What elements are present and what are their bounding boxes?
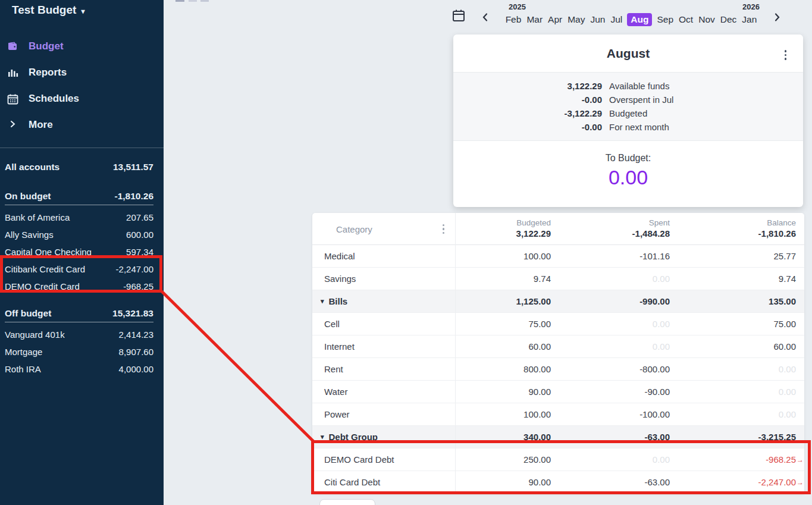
balance-cell[interactable]: -968.25→	[678, 448, 804, 471]
category-cell[interactable]: Savings	[312, 268, 455, 290]
table-row-debt-group[interactable]: ▾Debt Group340.00-63.00-3,215.25	[312, 426, 804, 448]
carryover-arrow-icon[interactable]: →	[797, 456, 804, 464]
spent-cell[interactable]: -63.00	[559, 426, 678, 448]
table-row-rent[interactable]: Rent800.00-800.000.00	[312, 358, 804, 381]
category-cell[interactable]: Medical	[312, 245, 455, 267]
collapse-triangle-icon[interactable]: ▾	[321, 297, 324, 305]
table-row-savings[interactable]: Savings9.740.009.74	[312, 268, 804, 290]
category-cell[interactable]: Water	[312, 381, 455, 403]
budgeted-cell[interactable]: 9.74	[455, 268, 559, 290]
add-group-button[interactable]	[319, 499, 375, 505]
previous-month-button[interactable]	[481, 12, 491, 23]
table-row-internet[interactable]: Internet60.000.0060.00	[312, 335, 804, 358]
month-feb[interactable]: Feb	[505, 13, 522, 26]
budget-file-menu[interactable]: Test Budget ▾	[0, 0, 164, 17]
table-row-citi-card-debt[interactable]: Citi Card Debt90.00-63.00-2,247.00→	[312, 471, 804, 494]
account-group-on-budget[interactable]: On budget-1,810.26	[5, 187, 153, 205]
sidebar-item-schedules[interactable]: Schedules	[0, 86, 164, 112]
spent-cell[interactable]: 0.00	[559, 335, 678, 357]
balance-cell[interactable]: 135.00	[678, 290, 804, 312]
budgeted-cell[interactable]: 90.00	[455, 381, 559, 403]
month-may[interactable]: May	[567, 13, 585, 26]
account-row-vanguard-401k[interactable]: Vanguard 401k2,414.23	[5, 326, 153, 343]
account-row-demo-credit-card[interactable]: DEMO Credit Card-968.25	[5, 278, 153, 295]
balance-cell[interactable]: -2,247.00→	[678, 471, 804, 493]
budgeted-cell[interactable]: 60.00	[455, 335, 559, 357]
category-name: Citi Card Debt	[324, 477, 380, 487]
spent-header-cell[interactable]: Spent -1,484.28	[559, 213, 678, 245]
budgeted-header-cell[interactable]: Budgeted 3,122.29	[455, 213, 559, 245]
spent-cell[interactable]: 0.00	[559, 268, 678, 290]
summary-row-available-funds: 3,122.29Available funds	[453, 79, 803, 93]
balance-header-cell[interactable]: Balance -1,810.26	[678, 213, 804, 245]
category-cell[interactable]: Rent	[312, 358, 455, 380]
spent-cell[interactable]: -101.16	[559, 245, 678, 267]
month-jul[interactable]: Jul	[610, 13, 623, 26]
balance-cell[interactable]: 0.00	[678, 403, 804, 425]
table-row-demo-card-debt[interactable]: DEMO Card Debt250.000.00-968.25→	[312, 448, 804, 471]
budgeted-cell[interactable]: 75.00	[455, 313, 559, 335]
month-jun[interactable]: Jun	[590, 13, 606, 26]
sidebar-item-budget[interactable]: Budget	[0, 33, 164, 59]
spent-cell[interactable]: -90.00	[559, 381, 678, 403]
sidebar-item-reports[interactable]: Reports	[0, 59, 164, 86]
category-menu-kebab-icon[interactable]	[440, 222, 447, 237]
table-row-bills[interactable]: ▾Bills1,125.00-990.00135.00	[312, 290, 804, 313]
calendar-picker-button[interactable]	[452, 9, 465, 24]
month-mar[interactable]: Mar	[526, 13, 543, 26]
budgeted-cell[interactable]: 100.00	[455, 403, 559, 425]
collapse-triangle-icon[interactable]: ▾	[321, 433, 324, 441]
spent-cell[interactable]: -63.00	[559, 471, 678, 493]
account-row-roth-ira[interactable]: Roth IRA4,000.00	[5, 360, 153, 378]
spent-cell[interactable]: 0.00	[559, 313, 678, 335]
budgeted-cell[interactable]: 340.00	[455, 426, 559, 448]
next-month-button[interactable]	[772, 12, 783, 23]
account-group-off-budget[interactable]: Off budget15,321.83	[5, 305, 153, 322]
category-cell[interactable]: Cell	[312, 313, 455, 335]
month-apr[interactable]: Apr	[547, 13, 563, 26]
category-cell[interactable]: Internet	[312, 335, 455, 357]
account-row-ally-savings[interactable]: Ally Savings600.00	[5, 226, 153, 243]
category-cell[interactable]: Citi Card Debt	[312, 471, 455, 493]
account-name: Bank of America	[5, 212, 70, 222]
balance-cell[interactable]: 0.00	[678, 381, 804, 403]
balance-cell[interactable]: 75.00	[678, 313, 804, 335]
month-nov[interactable]: Nov	[698, 13, 716, 26]
account-row-mortgage[interactable]: Mortgage8,907.60	[5, 343, 153, 360]
category-cell[interactable]: ▾Bills	[312, 290, 455, 312]
carryover-arrow-icon[interactable]: →	[797, 478, 804, 487]
spent-cell[interactable]: -800.00	[559, 358, 678, 380]
balance-cell[interactable]: 25.77	[678, 245, 804, 267]
table-row-power[interactable]: Power100.00-100.000.00	[312, 403, 804, 426]
budgeted-cell[interactable]: 250.00	[455, 448, 559, 471]
spent-cell[interactable]: 0.00	[559, 448, 678, 471]
month-jan[interactable]: Jan	[741, 13, 757, 26]
account-row-capital-one-checking[interactable]: Capital One Checking597.34	[5, 243, 153, 261]
month-dec[interactable]: Dec	[720, 13, 738, 26]
category-cell[interactable]: DEMO Card Debt	[312, 448, 455, 471]
balance-cell[interactable]: 9.74	[678, 268, 804, 290]
budgeted-cell[interactable]: 800.00	[455, 358, 559, 380]
balance-cell[interactable]: 0.00	[678, 358, 804, 380]
account-row-citibank-credit-card[interactable]: Citibank Credit Card-2,247.00	[5, 261, 153, 278]
category-cell[interactable]: ▾Debt Group	[312, 426, 455, 448]
to-budget-value[interactable]: 0.00	[453, 166, 803, 189]
balance-cell[interactable]: 60.00	[678, 335, 804, 357]
month-menu-kebab-icon[interactable]	[782, 48, 789, 62]
budgeted-cell[interactable]: 1,125.00	[455, 290, 559, 312]
month-oct[interactable]: Oct	[678, 13, 694, 26]
month-sep[interactable]: Sep	[656, 13, 674, 26]
sidebar-item-more[interactable]: More	[0, 112, 164, 138]
budgeted-cell[interactable]: 100.00	[455, 245, 559, 267]
spent-cell[interactable]: -100.00	[559, 403, 678, 425]
category-cell[interactable]: Power	[312, 403, 455, 425]
account-row-bank-of-america[interactable]: Bank of America207.65	[5, 209, 153, 226]
month-aug[interactable]: Aug	[627, 13, 652, 26]
table-row-cell[interactable]: Cell75.000.0075.00	[312, 313, 804, 335]
budgeted-cell[interactable]: 90.00	[455, 471, 559, 493]
table-row-medical[interactable]: Medical100.00-101.1625.77	[312, 245, 804, 268]
account-total-all[interactable]: All accounts13,511.57	[5, 159, 153, 175]
balance-cell[interactable]: -3,215.25	[678, 426, 804, 448]
table-row-water[interactable]: Water90.00-90.000.00	[312, 381, 804, 403]
spent-cell[interactable]: -990.00	[559, 290, 678, 312]
